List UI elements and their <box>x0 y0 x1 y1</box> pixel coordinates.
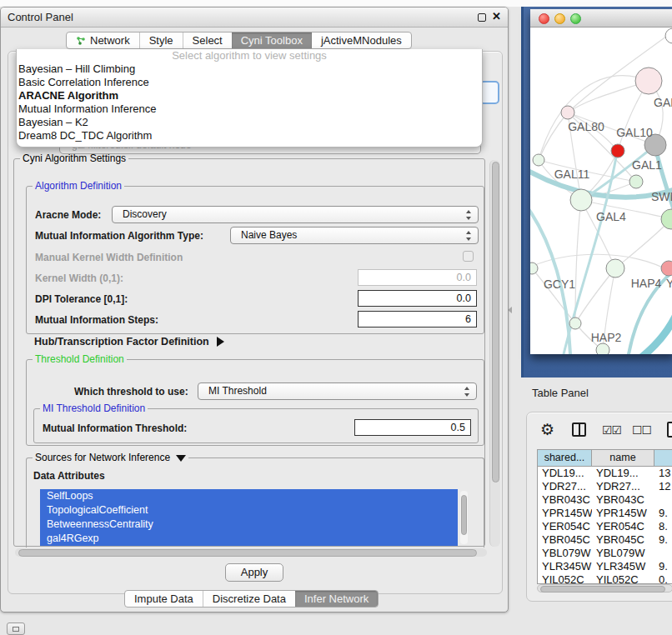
network-window-titlebar[interactable] <box>530 9 672 28</box>
close-icon[interactable]: ✕ <box>492 10 501 22</box>
network-node[interactable] <box>533 154 544 166</box>
cyni-algorithm-settings-legend: Cyni Algorithm Settings <box>20 152 128 164</box>
sources-title: Sources for Network Inference <box>35 452 170 463</box>
attribute-list-item[interactable]: TopologicalCoefficient <box>40 503 458 518</box>
network-node[interactable] <box>665 28 672 43</box>
table-cell: YBL079W <box>592 547 654 560</box>
table-row[interactable]: YLR345WYLR345W9. <box>538 560 672 573</box>
spinner-arrows-icon <box>464 386 470 398</box>
data-attributes-list[interactable]: SelfLoopsTopologicalCoefficientBetweenne… <box>40 489 458 547</box>
mi-threshold-input[interactable]: 0.5 <box>354 419 471 436</box>
aracne-mode-select[interactable]: Discovery <box>112 206 479 223</box>
dpi-tolerance-input[interactable]: 0.0 <box>358 290 477 307</box>
settings-horizontal-scrollbar[interactable] <box>15 548 487 557</box>
tab-select[interactable]: Select <box>183 32 232 48</box>
table-horizontal-scrollbar[interactable] <box>537 584 672 592</box>
algorithm-option[interactable]: Mutual Information Inference <box>17 102 482 116</box>
float-window-icon[interactable] <box>478 13 486 22</box>
table-cell: YIL052C <box>538 573 592 584</box>
column-header-1[interactable]: shared... <box>538 450 592 466</box>
settings-gear-icon[interactable]: ⚙ <box>540 419 554 441</box>
algorithm-option[interactable]: Bayesian – Hill Climbing <box>17 62 482 76</box>
table-cell: 8. <box>654 520 672 533</box>
close-traffic-icon[interactable] <box>539 13 549 24</box>
attribute-list-item[interactable]: BetweennessCentrality <box>40 518 458 532</box>
tab-infer-network[interactable]: Infer Network <box>295 591 378 607</box>
mi-steps-input[interactable]: 6 <box>358 311 477 328</box>
table-cell: 13 <box>654 467 672 480</box>
table-row[interactable]: YBR045CYBR045C9. <box>538 533 672 547</box>
table-panel-title: Table Panel <box>532 387 589 399</box>
tab-label: Impute Data <box>134 592 193 605</box>
manual-kernel-width-checkbox[interactable] <box>463 251 474 262</box>
network-node[interactable] <box>629 175 643 188</box>
threshold-definition-legend: Threshold Definition <box>33 353 127 365</box>
kernel-width-input[interactable]: 0.0 <box>358 269 477 286</box>
network-node[interactable] <box>596 343 609 354</box>
column-header-2[interactable]: name <box>592 450 654 466</box>
minimize-traffic-icon[interactable] <box>554 13 565 24</box>
tab-style[interactable]: Style <box>139 32 183 48</box>
mi-type-label: Mutual Information Algorithm Type: <box>35 230 203 242</box>
table-row[interactable]: YDR27...YDR27...12 <box>538 480 672 493</box>
algorithm-option[interactable]: ARACNE Algorithm <box>17 89 482 102</box>
network-node[interactable] <box>635 68 662 94</box>
column-header-3[interactable]: A <box>654 450 672 466</box>
tab-label: jActiveMNodules <box>321 34 402 47</box>
tab-cyni-toolbox[interactable]: Cyni Toolbox <box>232 32 312 48</box>
algorithm-option[interactable]: Bayesian – K2 <box>17 116 482 129</box>
mi-algorithm-type-select[interactable]: Naive Bayes <box>230 227 479 244</box>
network-node[interactable] <box>606 259 624 278</box>
attribute-list-item[interactable]: gal4RGexp <box>40 532 458 546</box>
collapse-arrow-icon <box>176 455 186 462</box>
tab-label: Discretize Data <box>213 592 286 605</box>
network-node[interactable] <box>561 106 574 119</box>
data-attributes-label: Data Attributes <box>33 470 105 482</box>
tab-discretize-data[interactable]: Discretize Data <box>203 591 295 607</box>
tab-label: Select <box>193 34 223 47</box>
network-node[interactable] <box>569 318 581 329</box>
network-node-label: GAL10 <box>616 126 653 139</box>
splitter-collapse-icon[interactable] <box>508 307 512 313</box>
network-node[interactable] <box>570 189 592 211</box>
control-panel-titlebar[interactable]: Control Panel ✕ <box>1 8 508 28</box>
attribute-list-scrollbar[interactable] <box>460 491 468 544</box>
zoom-traffic-icon[interactable] <box>570 13 581 24</box>
which-threshold-value: MI Threshold <box>208 385 267 397</box>
network-node[interactable] <box>611 144 624 158</box>
attribute-list-item[interactable]: SelfLoops <box>40 489 458 503</box>
table-row[interactable]: YBL079WYBL079W <box>538 547 672 560</box>
tab-impute-data[interactable]: Impute Data <box>125 591 203 607</box>
settings-vertical-scrollbar[interactable] <box>489 160 500 547</box>
sources-legend[interactable]: Sources for Network Inference <box>33 452 188 463</box>
function-builder-icon[interactable] <box>667 422 672 438</box>
deselect-all-columns-icon[interactable]: ☐☐ <box>632 423 651 437</box>
table-row[interactable]: YDL19...YDL19...13 <box>538 467 672 480</box>
table-row[interactable]: YPR145WYPR145W9. <box>538 507 672 520</box>
network-node[interactable] <box>661 209 672 229</box>
apply-button[interactable]: Apply <box>225 563 283 582</box>
node-attribute-table[interactable]: shared...nameA YDL19...YDL19...13YDR27..… <box>537 449 672 584</box>
table-cell: YER054C <box>592 520 654 533</box>
hub-definition-toggle[interactable]: Hub/Transcription Factor Definition <box>34 336 224 348</box>
restore-panel-button[interactable] <box>7 622 25 635</box>
network-node-label: GAL11 <box>554 168 590 181</box>
select-all-columns-icon[interactable]: ☑☑ <box>602 423 621 437</box>
tab-network[interactable]: Network <box>67 32 139 48</box>
table-cell: YBR045C <box>592 533 654 547</box>
table-cell: YIL052C <box>592 573 654 584</box>
table-row[interactable]: YBR043CYBR043C <box>538 493 672 507</box>
table-row[interactable]: YER054CYER054C8. <box>538 520 672 533</box>
split-columns-icon[interactable] <box>572 422 586 437</box>
network-window[interactable]: GALGAL80GAL10GAL1GAL11SWI4GAL4GCY1HAP4YH… <box>530 9 672 354</box>
tab-jactivemnodules[interactable]: jActiveMNodules <box>312 32 411 48</box>
network-node[interactable] <box>530 262 538 274</box>
tab-label: Network <box>90 34 130 47</box>
algorithm-option[interactable]: Dream8 DC_TDC Algorithm <box>17 129 482 142</box>
table-row[interactable]: YIL052CYIL052C0. <box>538 573 672 584</box>
network-node[interactable] <box>661 261 672 276</box>
network-canvas[interactable]: GALGAL80GAL10GAL1GAL11SWI4GAL4GCY1HAP4YH… <box>530 28 672 354</box>
which-threshold-select[interactable]: MI Threshold <box>198 382 477 400</box>
algorithm-option[interactable]: Basic Correlation Inference <box>17 76 482 89</box>
table-cell: 9. <box>654 560 672 573</box>
